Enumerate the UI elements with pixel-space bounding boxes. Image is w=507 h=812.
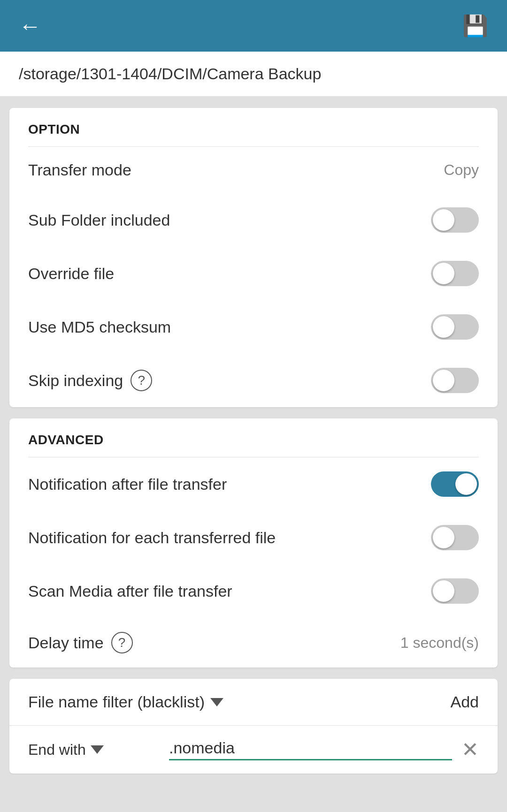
notification-each-toggle[interactable] bbox=[431, 525, 479, 550]
skip-indexing-toggle[interactable] bbox=[431, 368, 479, 393]
md5-toggle-thumb bbox=[433, 316, 454, 338]
skip-indexing-toggle-thumb bbox=[433, 370, 454, 391]
path-section: /storage/1301-1404/DCIM/Camera Backup bbox=[0, 52, 507, 97]
scan-media-toggle-thumb bbox=[433, 580, 454, 602]
option-row-notification-each: Notification for each transferred file bbox=[9, 511, 498, 564]
option-row-md5: Use MD5 checksum bbox=[9, 300, 498, 354]
filter-dropdown-chevron-icon bbox=[210, 698, 223, 706]
filter-card: File name filter (blacklist) Add End wit… bbox=[9, 679, 498, 774]
delay-time-help-icon[interactable]: ? bbox=[111, 632, 133, 653]
filter-item-type-dropdown[interactable]: End with bbox=[28, 741, 160, 759]
option-row-skip-indexing: Skip indexing ? bbox=[9, 354, 498, 407]
override-file-toggle[interactable] bbox=[431, 261, 479, 286]
filter-add-button[interactable]: Add bbox=[451, 693, 479, 711]
option-row-transfer-mode[interactable]: Transfer mode Copy bbox=[9, 147, 498, 193]
option-row-delay-time[interactable]: Delay time ? 1 second(s) bbox=[9, 618, 498, 668]
filter-item-chevron-icon bbox=[91, 745, 104, 754]
filter-value-input[interactable] bbox=[169, 739, 452, 760]
skip-indexing-label: Skip indexing ? bbox=[28, 370, 152, 391]
filter-item-close-button[interactable]: ✕ bbox=[461, 739, 479, 760]
filter-header-row: File name filter (blacklist) Add bbox=[9, 679, 498, 725]
skip-indexing-help-icon[interactable]: ? bbox=[131, 370, 152, 391]
option-row-scan-media: Scan Media after file transfer bbox=[9, 564, 498, 618]
filter-item-row: End with ✕ bbox=[9, 726, 498, 774]
transfer-mode-value: Copy bbox=[444, 161, 479, 179]
option-row-notification-after: Notification after file transfer bbox=[9, 457, 498, 511]
sub-folder-toggle[interactable] bbox=[431, 207, 479, 233]
md5-toggle[interactable] bbox=[431, 314, 479, 340]
override-file-toggle-thumb bbox=[433, 263, 454, 284]
sub-folder-toggle-thumb bbox=[433, 209, 454, 231]
notification-each-label: Notification for each transferred file bbox=[28, 529, 276, 547]
filter-item-type-label: End with bbox=[28, 741, 86, 759]
option-row-sub-folder: Sub Folder included bbox=[9, 193, 498, 247]
scan-media-label: Scan Media after file transfer bbox=[28, 582, 232, 600]
top-bar: ← 💾 bbox=[0, 0, 507, 52]
scan-media-toggle[interactable] bbox=[431, 578, 479, 604]
advanced-card: ADVANCED Notification after file transfe… bbox=[9, 418, 498, 668]
option-card-header: OPTION bbox=[9, 108, 498, 146]
back-button[interactable]: ← bbox=[19, 13, 41, 39]
delay-time-value: 1 second(s) bbox=[400, 634, 479, 652]
notification-after-toggle-thumb bbox=[455, 473, 477, 495]
notification-each-toggle-thumb bbox=[433, 527, 454, 548]
filter-type-dropdown[interactable]: File name filter (blacklist) bbox=[28, 693, 223, 711]
md5-label: Use MD5 checksum bbox=[28, 318, 171, 336]
notification-after-toggle[interactable] bbox=[431, 471, 479, 497]
path-text: /storage/1301-1404/DCIM/Camera Backup bbox=[19, 65, 321, 83]
save-button[interactable]: 💾 bbox=[462, 14, 488, 38]
advanced-card-header: ADVANCED bbox=[9, 418, 498, 457]
delay-time-label: Delay time ? bbox=[28, 632, 133, 653]
notification-after-label: Notification after file transfer bbox=[28, 475, 227, 493]
option-card: OPTION Transfer mode Copy Sub Folder inc… bbox=[9, 108, 498, 407]
option-row-override-file: Override file bbox=[9, 247, 498, 300]
override-file-label: Override file bbox=[28, 265, 114, 283]
filter-dropdown-label: File name filter (blacklist) bbox=[28, 693, 205, 711]
sub-folder-label: Sub Folder included bbox=[28, 211, 170, 229]
transfer-mode-label: Transfer mode bbox=[28, 161, 131, 179]
